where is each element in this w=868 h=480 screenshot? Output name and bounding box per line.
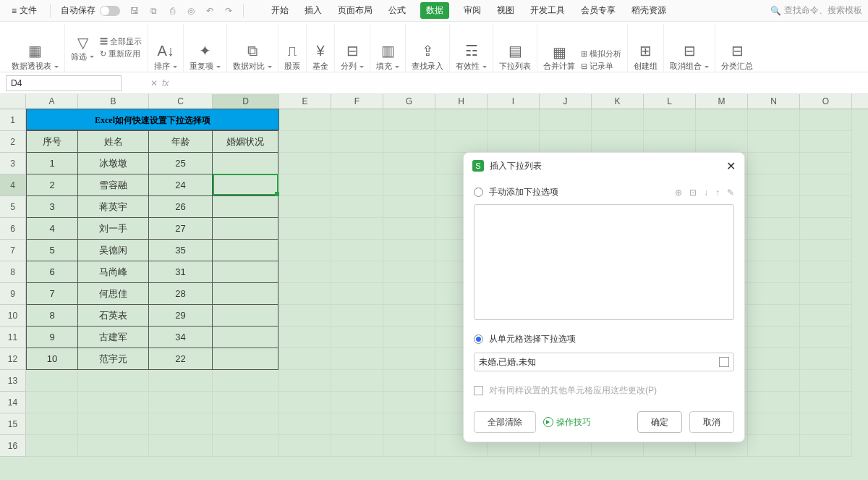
row-header[interactable]: 2 xyxy=(0,131,26,153)
cell[interactable] xyxy=(383,305,435,327)
cell[interactable] xyxy=(748,131,800,153)
table-cell[interactable]: 3 xyxy=(27,196,78,218)
cell[interactable] xyxy=(592,131,644,153)
stock-button[interactable]: ⎍股票 xyxy=(278,24,307,72)
group-button[interactable]: ⊞创建组 xyxy=(628,24,664,72)
cell[interactable] xyxy=(331,370,383,392)
ok-button[interactable]: 确定 xyxy=(637,411,682,433)
tab-layout[interactable]: 页面布局 xyxy=(336,2,374,19)
cell[interactable] xyxy=(331,218,383,240)
cell[interactable] xyxy=(331,327,383,348)
tab-insert[interactable]: 插入 xyxy=(303,2,323,19)
cell[interactable] xyxy=(540,131,592,153)
row-header[interactable]: 5 xyxy=(0,196,26,218)
table-cell[interactable] xyxy=(213,305,278,327)
table-cell[interactable] xyxy=(213,283,278,305)
validity-button[interactable]: ☶有效性 xyxy=(450,24,493,72)
option-from-cells[interactable]: 从单元格选择下拉选项 xyxy=(474,330,734,348)
add-icon[interactable]: ⊕ xyxy=(675,188,682,198)
cell[interactable] xyxy=(748,109,800,131)
cell[interactable] xyxy=(26,435,78,457)
cell[interactable] xyxy=(748,305,800,327)
tips-link[interactable]: 操作技巧 xyxy=(543,416,591,429)
table-cell[interactable] xyxy=(213,240,278,261)
cell[interactable] xyxy=(748,370,800,392)
col-N[interactable]: N xyxy=(748,94,800,109)
table-cell[interactable]: 22 xyxy=(149,348,213,370)
tab-dev[interactable]: 开发工具 xyxy=(529,2,566,19)
cell[interactable] xyxy=(748,174,800,196)
cell[interactable] xyxy=(213,392,279,413)
file-menu[interactable]: ≡ 文件 xyxy=(6,3,46,18)
cell[interactable] xyxy=(800,327,852,348)
select-all-corner[interactable] xyxy=(0,94,26,109)
cell[interactable] xyxy=(383,240,435,261)
table-cell[interactable] xyxy=(213,174,278,196)
cell-range-input[interactable]: 未婚,已婚,未知 xyxy=(474,353,734,371)
table-cell[interactable] xyxy=(213,153,278,174)
table-cell[interactable]: 1 xyxy=(27,153,78,174)
cell[interactable] xyxy=(78,435,149,457)
table-cell[interactable]: 35 xyxy=(149,240,213,261)
row-header[interactable]: 14 xyxy=(0,392,26,413)
table-cell[interactable]: 10 xyxy=(27,348,78,370)
cell[interactable] xyxy=(748,327,800,348)
fx-icon[interactable]: fx xyxy=(162,78,169,88)
cell[interactable] xyxy=(26,413,78,435)
redo-icon[interactable]: ↷ xyxy=(223,5,234,17)
cell[interactable] xyxy=(800,131,852,153)
tab-review[interactable]: 审阅 xyxy=(462,2,482,19)
dropdown-button[interactable]: ▤下拉列表 xyxy=(493,24,537,72)
row-header[interactable]: 11 xyxy=(0,327,26,348)
cell[interactable] xyxy=(383,109,435,131)
cell[interactable] xyxy=(279,327,331,348)
subtotal-button[interactable]: ⊟分类汇总 xyxy=(715,24,759,72)
checkbox-icon[interactable] xyxy=(474,386,483,395)
cell[interactable] xyxy=(383,218,435,240)
table-cell[interactable]: 24 xyxy=(149,174,213,196)
cell[interactable] xyxy=(279,392,331,413)
cell[interactable] xyxy=(644,131,696,153)
splitcol-button[interactable]: ⊟分列 xyxy=(335,24,370,72)
hdr-marital[interactable]: 婚姻状况 xyxy=(213,131,278,153)
cell[interactable] xyxy=(800,196,852,218)
col-C[interactable]: C xyxy=(149,94,213,109)
table-cell[interactable]: 刘一手 xyxy=(78,218,149,240)
cell[interactable] xyxy=(383,283,435,305)
row-header[interactable]: 1 xyxy=(0,109,26,131)
table-cell[interactable]: 34 xyxy=(149,327,213,348)
cell[interactable] xyxy=(331,196,383,218)
cell[interactable] xyxy=(331,240,383,261)
tab-formula[interactable]: 公式 xyxy=(387,2,407,19)
table-cell[interactable]: 6 xyxy=(27,261,78,283)
cell[interactable] xyxy=(279,305,331,327)
col-B[interactable]: B xyxy=(78,94,149,109)
compare-button[interactable]: ⧉数据对比 xyxy=(227,24,278,72)
radio-cells[interactable] xyxy=(474,334,483,344)
cell[interactable] xyxy=(149,413,213,435)
cell[interactable] xyxy=(800,305,852,327)
col-G[interactable]: G xyxy=(383,94,435,109)
cell[interactable] xyxy=(331,131,383,153)
cell[interactable] xyxy=(279,413,331,435)
row-header[interactable]: 7 xyxy=(0,240,26,261)
table-cell[interactable] xyxy=(213,196,278,218)
table-cell[interactable]: 25 xyxy=(149,153,213,174)
ungroup-button[interactable]: ⊟取消组合 xyxy=(664,24,715,72)
dedup-button[interactable]: ✦重复项 xyxy=(184,24,227,72)
recordform-button[interactable]: ⊟ 记录单 xyxy=(581,61,621,72)
save-icon[interactable]: 🖫 xyxy=(129,5,140,17)
table-cell[interactable]: 范宇元 xyxy=(78,348,149,370)
cell[interactable] xyxy=(800,435,852,457)
cell[interactable] xyxy=(800,283,852,305)
cell[interactable] xyxy=(383,370,435,392)
cell[interactable] xyxy=(213,435,279,457)
table-cell[interactable]: 马尚峰 xyxy=(78,261,149,283)
cell[interactable] xyxy=(213,413,279,435)
cell[interactable] xyxy=(331,435,383,457)
cell[interactable] xyxy=(279,348,331,370)
table-cell[interactable]: 石英表 xyxy=(78,305,149,327)
cell[interactable] xyxy=(279,370,331,392)
col-J[interactable]: J xyxy=(540,94,592,109)
cell[interactable] xyxy=(331,283,383,305)
